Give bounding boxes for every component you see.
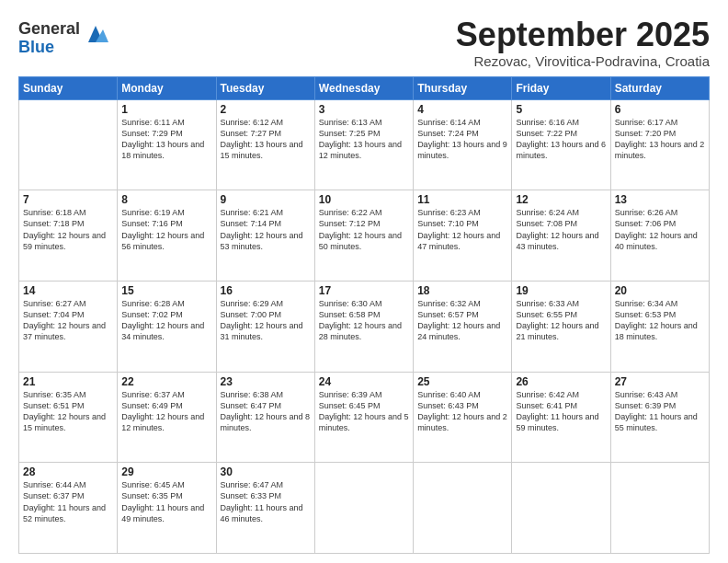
day-number: 9 — [221, 193, 311, 206]
day-cell: 19Sunrise: 6:33 AMSunset: 6:55 PMDayligh… — [512, 281, 610, 372]
day-cell: 13Sunrise: 6:26 AMSunset: 7:06 PMDayligh… — [610, 190, 709, 282]
day-cell — [512, 463, 610, 554]
day-cell: 15Sunrise: 6:28 AMSunset: 7:02 PMDayligh… — [118, 281, 216, 372]
day-number: 25 — [417, 375, 507, 388]
day-info: Sunrise: 6:29 AMSunset: 7:00 PMDaylight:… — [221, 298, 311, 343]
day-info: Sunrise: 6:14 AMSunset: 7:24 PMDaylight:… — [417, 117, 507, 162]
day-number: 4 — [417, 103, 507, 116]
col-header-thursday: Thursday — [414, 76, 512, 99]
day-info: Sunrise: 6:30 AMSunset: 6:58 PMDaylight:… — [319, 298, 409, 343]
logo-text: General Blue — [18, 20, 80, 57]
day-number: 12 — [516, 193, 606, 206]
day-cell: 22Sunrise: 6:37 AMSunset: 6:49 PMDayligh… — [118, 372, 216, 463]
day-number: 15 — [121, 284, 211, 297]
day-cell: 24Sunrise: 6:39 AMSunset: 6:45 PMDayligh… — [314, 372, 413, 463]
day-info: Sunrise: 6:21 AMSunset: 7:14 PMDaylight:… — [221, 207, 311, 252]
day-number: 10 — [319, 193, 409, 206]
day-info: Sunrise: 6:24 AMSunset: 7:08 PMDaylight:… — [516, 207, 606, 252]
day-number: 19 — [516, 284, 606, 297]
logo-icon — [83, 22, 108, 48]
title-block: September 2025 Rezovac, Virovitica-Podra… — [456, 17, 710, 69]
col-header-saturday: Saturday — [610, 76, 709, 99]
day-number: 18 — [417, 284, 507, 297]
day-cell: 29Sunrise: 6:45 AMSunset: 6:35 PMDayligh… — [118, 463, 216, 554]
day-info: Sunrise: 6:28 AMSunset: 7:02 PMDaylight:… — [121, 298, 211, 343]
day-cell: 25Sunrise: 6:40 AMSunset: 6:43 PMDayligh… — [414, 372, 512, 463]
day-cell: 8Sunrise: 6:19 AMSunset: 7:16 PMDaylight… — [118, 190, 216, 282]
day-cell: 20Sunrise: 6:34 AMSunset: 6:53 PMDayligh… — [610, 281, 709, 372]
title-location: Rezovac, Virovitica-Podravina, Croatia — [456, 53, 710, 69]
col-header-monday: Monday — [118, 76, 216, 99]
day-cell: 4Sunrise: 6:14 AMSunset: 7:24 PMDaylight… — [414, 99, 512, 190]
day-number: 27 — [615, 375, 705, 388]
day-info: Sunrise: 6:18 AMSunset: 7:18 PMDaylight:… — [23, 207, 113, 252]
logo-blue: Blue — [18, 39, 80, 57]
day-cell: 23Sunrise: 6:38 AMSunset: 6:47 PMDayligh… — [216, 372, 314, 463]
calendar-table: SundayMondayTuesdayWednesdayThursdayFrid… — [18, 76, 710, 554]
day-number: 23 — [221, 375, 311, 388]
day-info: Sunrise: 6:22 AMSunset: 7:12 PMDaylight:… — [319, 207, 409, 252]
day-info: Sunrise: 6:44 AMSunset: 6:37 PMDaylight:… — [23, 479, 113, 524]
day-cell: 6Sunrise: 6:17 AMSunset: 7:20 PMDaylight… — [610, 99, 709, 190]
col-header-wednesday: Wednesday — [314, 76, 413, 99]
day-info: Sunrise: 6:37 AMSunset: 6:49 PMDaylight:… — [121, 389, 211, 434]
day-number: 1 — [121, 103, 211, 116]
day-number: 13 — [615, 193, 705, 206]
week-row-3: 21Sunrise: 6:35 AMSunset: 6:51 PMDayligh… — [19, 372, 710, 463]
day-cell: 3Sunrise: 6:13 AMSunset: 7:25 PMDaylight… — [314, 99, 413, 190]
day-info: Sunrise: 6:13 AMSunset: 7:25 PMDaylight:… — [319, 117, 409, 162]
day-info: Sunrise: 6:34 AMSunset: 6:53 PMDaylight:… — [615, 298, 705, 343]
day-info: Sunrise: 6:38 AMSunset: 6:47 PMDaylight:… — [221, 389, 311, 434]
day-info: Sunrise: 6:17 AMSunset: 7:20 PMDaylight:… — [615, 117, 705, 162]
day-number: 5 — [516, 103, 606, 116]
day-cell: 1Sunrise: 6:11 AMSunset: 7:29 PMDaylight… — [118, 99, 216, 190]
day-number: 16 — [221, 284, 311, 297]
day-cell: 17Sunrise: 6:30 AMSunset: 6:58 PMDayligh… — [314, 281, 413, 372]
day-number: 6 — [615, 103, 705, 116]
day-number: 7 — [23, 193, 113, 206]
day-cell: 26Sunrise: 6:42 AMSunset: 6:41 PMDayligh… — [512, 372, 610, 463]
day-info: Sunrise: 6:19 AMSunset: 7:16 PMDaylight:… — [121, 207, 211, 252]
logo-general: General — [18, 20, 80, 39]
week-row-0: 1Sunrise: 6:11 AMSunset: 7:29 PMDaylight… — [19, 99, 710, 190]
logo: General Blue — [18, 20, 108, 57]
day-number: 11 — [417, 193, 507, 206]
day-cell: 7Sunrise: 6:18 AMSunset: 7:18 PMDaylight… — [19, 190, 118, 282]
col-header-sunday: Sunday — [19, 76, 118, 99]
col-header-tuesday: Tuesday — [216, 76, 314, 99]
day-info: Sunrise: 6:47 AMSunset: 6:33 PMDaylight:… — [221, 479, 311, 524]
day-cell: 30Sunrise: 6:47 AMSunset: 6:33 PMDayligh… — [216, 463, 314, 554]
day-cell: 11Sunrise: 6:23 AMSunset: 7:10 PMDayligh… — [414, 190, 512, 282]
day-number: 2 — [221, 103, 311, 116]
week-row-4: 28Sunrise: 6:44 AMSunset: 6:37 PMDayligh… — [19, 463, 710, 554]
day-cell: 5Sunrise: 6:16 AMSunset: 7:22 PMDaylight… — [512, 99, 610, 190]
day-info: Sunrise: 6:39 AMSunset: 6:45 PMDaylight:… — [319, 389, 409, 434]
day-info: Sunrise: 6:12 AMSunset: 7:27 PMDaylight:… — [221, 117, 311, 162]
header: General Blue September 2025 Rezovac, Vir… — [18, 17, 710, 69]
week-row-1: 7Sunrise: 6:18 AMSunset: 7:18 PMDaylight… — [19, 190, 710, 282]
day-cell: 21Sunrise: 6:35 AMSunset: 6:51 PMDayligh… — [19, 372, 118, 463]
day-number: 3 — [319, 103, 409, 116]
day-cell: 14Sunrise: 6:27 AMSunset: 7:04 PMDayligh… — [19, 281, 118, 372]
day-cell — [314, 463, 413, 554]
day-number: 8 — [121, 193, 211, 206]
week-row-2: 14Sunrise: 6:27 AMSunset: 7:04 PMDayligh… — [19, 281, 710, 372]
col-header-friday: Friday — [512, 76, 610, 99]
day-info: Sunrise: 6:32 AMSunset: 6:57 PMDaylight:… — [417, 298, 507, 343]
day-number: 30 — [221, 465, 311, 478]
day-info: Sunrise: 6:26 AMSunset: 7:06 PMDaylight:… — [615, 207, 705, 252]
day-cell: 16Sunrise: 6:29 AMSunset: 7:00 PMDayligh… — [216, 281, 314, 372]
day-cell — [610, 463, 709, 554]
day-cell: 2Sunrise: 6:12 AMSunset: 7:27 PMDaylight… — [216, 99, 314, 190]
title-month: September 2025 — [456, 17, 710, 53]
day-info: Sunrise: 6:43 AMSunset: 6:39 PMDaylight:… — [615, 389, 705, 434]
day-number: 17 — [319, 284, 409, 297]
day-cell: 18Sunrise: 6:32 AMSunset: 6:57 PMDayligh… — [414, 281, 512, 372]
page: General Blue September 2025 Rezovac, Vir… — [0, 0, 728, 563]
day-cell — [19, 99, 118, 190]
header-row: SundayMondayTuesdayWednesdayThursdayFrid… — [19, 76, 710, 99]
day-info: Sunrise: 6:27 AMSunset: 7:04 PMDaylight:… — [23, 298, 113, 343]
day-info: Sunrise: 6:45 AMSunset: 6:35 PMDaylight:… — [121, 479, 211, 524]
day-info: Sunrise: 6:16 AMSunset: 7:22 PMDaylight:… — [516, 117, 606, 162]
day-cell: 28Sunrise: 6:44 AMSunset: 6:37 PMDayligh… — [19, 463, 118, 554]
